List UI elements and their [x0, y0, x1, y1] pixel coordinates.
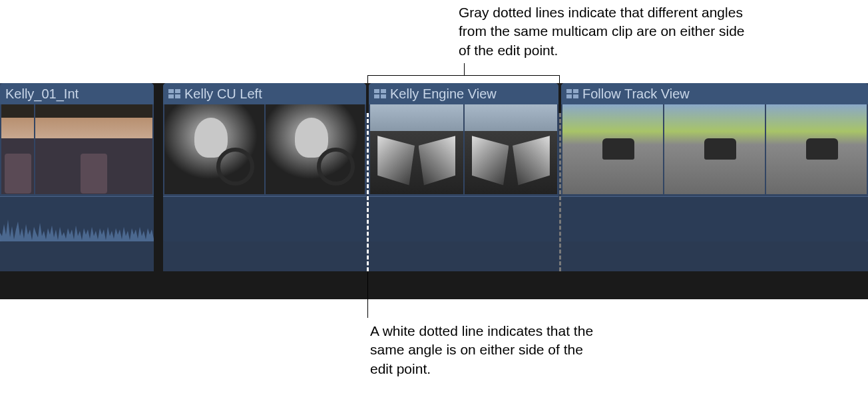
- clip-follow-track-view[interactable]: Follow Track View: [561, 83, 868, 241]
- timeline[interactable]: Kelly_01_Int Kelly CU Left Kelly E: [0, 83, 868, 299]
- clip-header: Kelly CU Left: [163, 83, 366, 104]
- thumbnail: [766, 104, 867, 194]
- clip-kelly-engine-view[interactable]: Kelly Engine View: [369, 83, 558, 241]
- waveform: [0, 209, 154, 241]
- clip-title: Follow Track View: [582, 86, 690, 102]
- clip-title: Kelly Engine View: [390, 86, 497, 102]
- clip-audio: [561, 196, 868, 241]
- thumbnail: [370, 104, 463, 194]
- multicam-icon: [374, 89, 386, 98]
- clip-header: Follow Track View: [561, 83, 868, 104]
- thumbnail: [35, 104, 152, 194]
- clip-title: Kelly CU Left: [184, 86, 262, 102]
- thumbnail: [465, 104, 558, 194]
- clip-audio: [369, 196, 558, 241]
- clip-thumbnails: [1, 104, 152, 194]
- multicam-icon: [566, 89, 578, 98]
- callout-bracket-top: [367, 75, 559, 76]
- annotation-top: Gray dotted lines indicate that differen…: [459, 3, 752, 60]
- thumbnail: [1, 104, 34, 194]
- clip-audio: [0, 196, 154, 241]
- thumbnail: [664, 104, 765, 194]
- thumbnail: [164, 104, 264, 194]
- clip-header: Kelly Engine View: [369, 83, 558, 104]
- clip-thumbnails: [370, 104, 557, 194]
- clip-kelly-cu-left[interactable]: Kelly CU Left: [163, 83, 366, 241]
- thumbnail: [562, 104, 663, 194]
- callout-bottom-stem: [367, 271, 368, 318]
- callout-top-stem: [464, 63, 465, 75]
- clip-kelly-01-int[interactable]: Kelly_01_Int: [0, 83, 154, 241]
- multicam-icon: [168, 89, 180, 98]
- clip-header: Kelly_01_Int: [0, 83, 154, 104]
- clip-title: Kelly_01_Int: [5, 86, 79, 102]
- annotation-bottom: A white dotted line indicates that the s…: [370, 322, 596, 378]
- clip-thumbnails: [164, 104, 365, 194]
- clip-thumbnails: [562, 104, 867, 194]
- thumbnail: [266, 104, 365, 194]
- clip-audio: [163, 196, 366, 241]
- clip-gap: [154, 113, 163, 271]
